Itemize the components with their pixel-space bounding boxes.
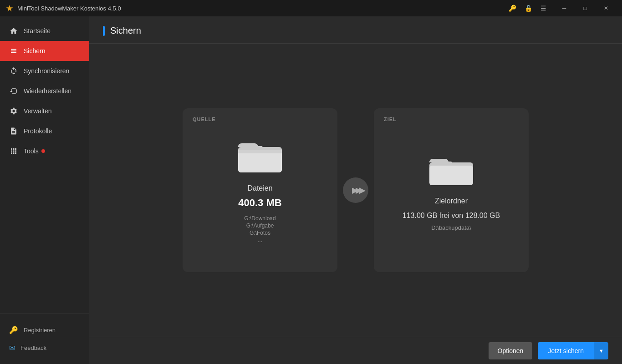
manage-icon [9,106,18,116]
sidebar-item-sichern[interactable]: Sichern [0,41,89,61]
sidebar-item-verwalten[interactable]: Verwalten [0,101,89,121]
backup-button-group: Jetzt sichern ▼ [538,342,608,359]
envelope-icon: ✉ [9,344,15,352]
sidebar-item-feedback[interactable]: ✉ Feedback [0,339,89,357]
source-path-3: G:\Fotos [250,230,270,236]
home-icon [9,26,18,35]
footer: Optionen Jetzt sichern ▼ [89,337,622,364]
sidebar-item-synchronisieren[interactable]: Synchronisieren [0,61,89,81]
source-paths: G:\Download G:\Aufgabe G:\Fotos ... [244,215,275,243]
sidebar-label-synchronisieren: Synchronisieren [24,67,69,75]
svg-rect-3 [238,150,282,153]
sidebar-label-wiederherstellen: Wiederherstellen [24,87,71,95]
app-title: MiniTool ShadowMaker Kostenlos 4.5.0 [17,5,121,12]
titlebar: MiniTool ShadowMaker Kostenlos 4.5.0 🔑 🔒… [0,0,622,16]
sidebar-item-protokolle[interactable]: Protokolle [0,121,89,141]
arrow-icon: ▶▶▶ [343,177,368,203]
svg-rect-5 [429,166,473,185]
options-button[interactable]: Optionen [489,342,533,359]
backup-now-button[interactable]: Jetzt sichern [538,342,594,359]
target-dest-path: D:\backupdata\ [431,224,471,231]
target-free-text: 113.00 GB frei von 128.00 GB [403,212,500,220]
lock-icon[interactable]: 🔒 [522,3,535,14]
arrow-connector: ▶▶▶ [337,177,374,204]
tools-icon [9,147,18,156]
sidebar: Startseite Sichern Synchronisieren Wiede… [0,16,89,364]
sidebar-label-feedback: Feedback [20,344,46,351]
sidebar-item-startseite[interactable]: Startseite [0,21,89,41]
sidebar-nav: Startseite Sichern Synchronisieren Wiede… [0,16,89,313]
app-logo: MiniTool ShadowMaker Kostenlos 4.5.0 [5,4,121,12]
source-main-text: Dateien [247,184,272,192]
sidebar-label-protokolle: Protokolle [24,127,52,135]
close-button[interactable]: ✕ [596,0,617,16]
sidebar-label-tools: Tools [24,147,39,155]
tools-badge [41,149,45,153]
source-path-2: G:\Aufgabe [246,222,274,229]
title-accent [103,26,105,36]
sidebar-label-startseite: Startseite [24,27,51,35]
folder-closed-icon [428,150,474,186]
source-card[interactable]: QUELLE Dateien 400.3 MB G:\Download G [183,108,337,272]
source-label: QUELLE [193,116,216,122]
backup-icon [9,46,18,56]
sidebar-item-registrieren[interactable]: 🔑 Registrieren [0,321,89,339]
sidebar-item-wiederherstellen[interactable]: Wiederherstellen [0,81,89,101]
target-main-text: Zielordner [435,197,468,205]
sidebar-label-registrieren: Registrieren [24,327,56,334]
sidebar-label-sichern: Sichern [24,47,45,55]
sidebar-bottom: 🔑 Registrieren ✉ Feedback [0,313,89,364]
page-header: Sichern [89,16,622,44]
backup-dropdown-button[interactable]: ▼ [594,342,608,359]
page-title: Sichern [110,25,141,36]
sync-icon [9,66,18,76]
main-content: Sichern QUELLE Dateien 400.3 [89,16,622,364]
folder-open-icon [237,137,283,173]
maximize-button[interactable]: □ [575,0,596,16]
source-size: 400.3 MB [238,197,281,209]
svg-marker-0 [6,5,13,11]
source-path-ellipsis: ... [258,237,262,243]
target-label: ZIEL [384,116,397,122]
restore-icon [9,86,18,96]
sidebar-item-tools[interactable]: Tools [0,141,89,161]
key-icon-sidebar: 🔑 [9,326,18,334]
sidebar-label-verwalten: Verwalten [24,107,51,115]
cards-area: QUELLE Dateien 400.3 MB G:\Download G [89,44,622,337]
log-icon [9,126,18,136]
titlebar-icons: 🔑 🔒 ☰ [506,3,549,14]
window-controls: ─ □ ✕ [554,0,617,16]
source-path-1: G:\Download [244,215,275,222]
minimize-button[interactable]: ─ [554,0,575,16]
menu-icon[interactable]: ☰ [538,3,549,14]
key-icon[interactable]: 🔑 [506,3,519,14]
target-card[interactable]: ZIEL Zielordner 113.00 GB frei von 128.0… [374,108,529,272]
chevron-down-icon: ▼ [599,348,604,354]
svg-rect-2 [238,151,282,172]
app-body: Startseite Sichern Synchronisieren Wiede… [0,16,622,364]
